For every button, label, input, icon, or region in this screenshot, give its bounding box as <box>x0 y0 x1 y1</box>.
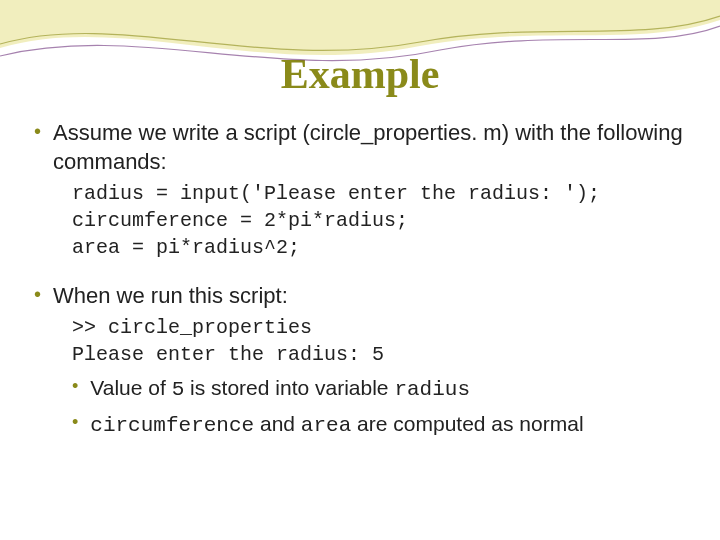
sub-bullet-1: • Value of 5 is stored into variable rad… <box>72 374 686 404</box>
slide-title: Example <box>0 50 720 98</box>
code-block-2: >> circle_properties Please enter the ra… <box>72 314 686 368</box>
bullet-2: • When we run this script: <box>34 281 686 310</box>
text-span: Value of <box>90 376 171 399</box>
text-span: are computed as normal <box>351 412 583 435</box>
mono-span: area <box>301 414 351 437</box>
mono-span: 5 <box>172 378 185 401</box>
bullet-1: • Assume we write a script (circle_prope… <box>34 118 686 176</box>
text-span: and <box>254 412 301 435</box>
bullet-dot-icon: • <box>72 410 78 434</box>
sub-bullets: • Value of 5 is stored into variable rad… <box>72 374 686 439</box>
bullet-dot-icon: • <box>34 118 41 145</box>
code-block-1: radius = input('Please enter the radius:… <box>72 180 686 261</box>
sub-bullet-2: • circumference and area are computed as… <box>72 410 686 440</box>
bullet-text: When we run this script: <box>53 281 686 310</box>
bullet-dot-icon: • <box>34 281 41 308</box>
bullet-dot-icon: • <box>72 374 78 398</box>
sub-bullet-text: Value of 5 is stored into variable radiu… <box>90 374 686 404</box>
text-span: is stored into variable <box>184 376 394 399</box>
mono-span: circumference <box>90 414 254 437</box>
bullet-text: Assume we write a script (circle_propert… <box>53 118 686 176</box>
mono-span: radius <box>394 378 470 401</box>
sub-bullet-text: circumference and area are computed as n… <box>90 410 686 440</box>
slide-content: • Assume we write a script (circle_prope… <box>0 98 720 440</box>
